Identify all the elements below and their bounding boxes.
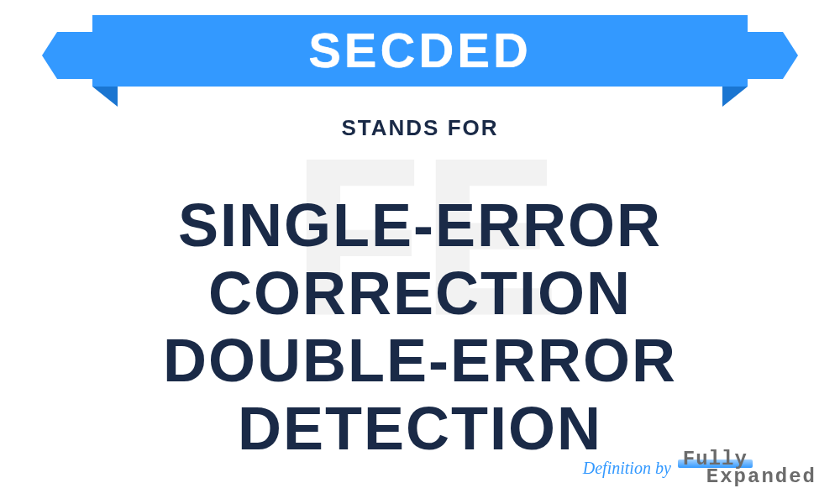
ribbon-tail-left (57, 32, 108, 79)
banner-body: SECDED (92, 15, 748, 87)
banner-ribbon: SECDED (0, 15, 840, 87)
ribbon-fold-left (92, 87, 118, 107)
source-logo: Fully Expanded (683, 451, 816, 486)
acronym-title: SECDED (143, 22, 697, 78)
footer-attribution: Definition by Fully Expanded (583, 451, 816, 486)
definition-text: SINGLE-ERROR CORRECTION DOUBLE-ERROR DET… (8, 192, 832, 463)
ribbon-fold-right (722, 87, 748, 107)
logo-line-1: Fully (683, 451, 748, 468)
definition-by-label: Definition by (583, 459, 671, 478)
stands-for-label: STANDS FOR (0, 115, 840, 141)
definition-block: SINGLE-ERROR CORRECTION DOUBLE-ERROR DET… (0, 192, 840, 463)
ribbon-tail-right (732, 32, 783, 79)
